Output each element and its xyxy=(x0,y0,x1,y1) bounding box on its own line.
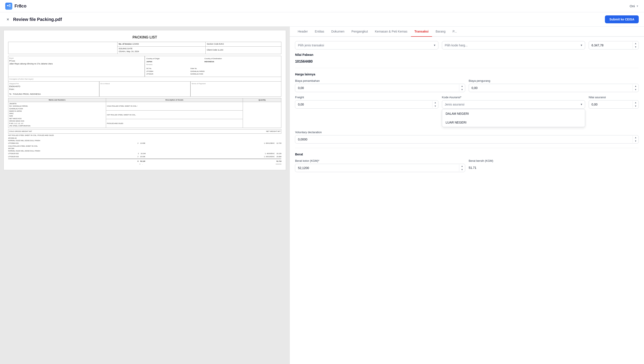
col-qty: Quantity xyxy=(243,98,281,102)
berat-title: Berat xyxy=(295,153,639,156)
nilai-cif-input[interactable] xyxy=(589,41,632,49)
net-wt-label: NET WEIGHT M/T xyxy=(190,130,280,133)
berat-kotor-up[interactable]: ▲ xyxy=(459,164,465,168)
biaya-penambahan-input[interactable] xyxy=(295,84,459,92)
logo: Fr8co xyxy=(5,3,26,10)
tab-pengangkut[interactable]: Pengangkut xyxy=(348,27,372,37)
nilai-asuransi-group: Nilai asuransi ▲ ▼ xyxy=(589,96,639,109)
biaya-pengurang-down[interactable]: ▼ xyxy=(633,88,638,92)
tab-entitas[interactable]: Entitas xyxy=(311,27,328,37)
shipped-per-label: Shipped Per xyxy=(9,82,98,85)
to-value: TANJUNG PRIOK, INDONESIA xyxy=(13,93,41,95)
jenis-transaksi-select[interactable]: Pilih jenis transaksi xyxy=(295,41,438,49)
freight-wrapper: ▲ ▼ xyxy=(295,100,438,109)
country-origin: JAPAN xyxy=(146,61,152,63)
goods-table: Marks and Numbers Description of Goods Q… xyxy=(8,98,281,128)
voluntary-wrapper: ▲ ▼ xyxy=(295,135,639,144)
biaya-penambahan-group: Biaya penambahan ▲ ▼ xyxy=(295,79,465,92)
desc-cell-2: HOT ROLLED STEEL SHEET IN COIL, xyxy=(106,111,243,119)
nilai-cif-spinner: ▲ ▼ xyxy=(632,42,638,49)
coils-label: COILS GROSS WEIGHT M/T xyxy=(9,130,190,133)
option-luar-negeri[interactable]: LUAR NEGERI xyxy=(442,118,585,127)
document-panel: PACKING LIST No. of Invoice 123456 Secti… xyxy=(0,27,290,364)
nilai-asuransi-up[interactable]: ▲ xyxy=(633,101,638,104)
svg-rect-0 xyxy=(7,5,8,6)
berat-bersih-group: Berat bersih (KGM) 51.71 xyxy=(469,159,639,172)
tab-more[interactable]: P... xyxy=(449,27,460,37)
on-about-label: On or About xyxy=(100,82,189,85)
harga-row: Biaya penambahan ▲ ▼ Biaya pengurang xyxy=(295,79,639,92)
marks-cell: JAKARTANO. S2404ALALYHR033,S2405ALALYC00… xyxy=(8,102,106,128)
tab-header[interactable]: Header xyxy=(294,27,311,37)
berat-bersih-label: Berat bersih (KGM) xyxy=(469,159,639,162)
qty-cell xyxy=(243,102,281,128)
desc-cell-3: PICKLED AND OILED xyxy=(106,119,243,128)
kode-asuransi-dropdown: DALAM NEGERI LUAR NEGERI xyxy=(442,109,585,127)
nilai-asuransi-down[interactable]: ▼ xyxy=(633,104,638,108)
nilai-cif-down[interactable]: ▼ xyxy=(633,45,638,49)
biaya-pengurang-label: Biaya pengurang xyxy=(469,79,639,82)
svg-rect-2 xyxy=(9,6,10,7)
kode-harga-select-wrapper: Pilih kode harg... ▼ xyxy=(442,41,585,50)
berat-kotor-down[interactable]: ▼ xyxy=(459,168,465,171)
nilai-asuransi-spinner: ▲ ▼ xyxy=(632,101,638,108)
harga-lainnya-title: Harga lainnya xyxy=(295,73,639,76)
option-dalam-negeri[interactable]: DALAM NEGERI xyxy=(442,109,585,118)
col-marks: Marks and Numbers xyxy=(8,98,106,102)
voluntary-down[interactable]: ▼ xyxy=(633,139,638,143)
invoice-label: No. of Invoice xyxy=(118,43,132,45)
kode-asuransi-select[interactable]: Jenis asuransi xyxy=(442,101,585,108)
page-header-left: × Review file Packing.pdf xyxy=(5,17,62,23)
submit-button[interactable]: Submit ke CEISA xyxy=(605,16,639,23)
logo-icon xyxy=(5,3,12,10)
nilai-asuransi-input[interactable] xyxy=(589,101,632,108)
freight-down[interactable]: ▼ xyxy=(432,104,438,108)
chevron-down-icon: ▼ xyxy=(636,5,639,8)
biaya-pengurang-spinner: ▲ ▼ xyxy=(632,84,638,92)
form-body: Pilih jenis transaksi ▼ Pilih kode harg.… xyxy=(290,37,644,180)
biaya-penambahan-spinner: ▲ ▼ xyxy=(459,84,465,92)
biaya-penambahan-down[interactable]: ▼ xyxy=(459,88,465,92)
nilai-cif-up[interactable]: ▲ xyxy=(633,42,638,45)
doc-shipping-row: Shipped Per ENOKANTO From : To : TANJUNG… xyxy=(8,81,281,97)
kode-harga-select[interactable]: Pilih kode harg... xyxy=(442,41,585,49)
doc-title: PACKING LIST xyxy=(8,35,281,40)
doc-shipped-per: Shipped Per ENOKANTO From : To : TANJUNG… xyxy=(8,81,99,97)
page-header: × Review file Packing.pdf Submit ke CEIS… xyxy=(0,12,644,27)
section-code: Section Code BJK2 xyxy=(207,43,224,45)
to-label: To : xyxy=(9,93,12,95)
tab-transaksi[interactable]: Transaksi xyxy=(411,27,432,37)
page-title: Review file Packing.pdf xyxy=(13,17,62,22)
main-content: PACKING LIST No. of Invoice 123456 Secti… xyxy=(0,27,644,364)
tab-kemasan[interactable]: Kemasan & Peti Kemas xyxy=(372,27,411,37)
nilai-cif-input-wrapper: ▲ ▼ xyxy=(589,41,639,50)
biaya-pengurang-input[interactable] xyxy=(469,84,632,92)
biaya-pengurang-up[interactable]: ▲ xyxy=(633,84,638,88)
country-origin-label: Country of Origin xyxy=(146,57,204,60)
freight-up[interactable]: ▲ xyxy=(432,101,438,104)
tab-barang[interactable]: Barang xyxy=(432,27,449,37)
freight-group: Freight ▲ ▼ xyxy=(295,96,438,109)
form-panel: Header Entitas Dokumen Pengangkut Kemasa… xyxy=(290,27,644,364)
country-dest: INDONESIA xyxy=(204,61,214,63)
doc-terms: Terms of Payment xyxy=(190,81,282,97)
close-button[interactable]: × xyxy=(5,17,10,23)
doc-on-about: On or About xyxy=(99,81,190,97)
divider-2 xyxy=(295,148,639,148)
tab-dokumen[interactable]: Dokumen xyxy=(328,27,348,37)
nilai-cif-group: ▲ ▼ xyxy=(589,41,639,50)
biaya-penambahan-up[interactable]: ▲ xyxy=(459,84,465,88)
voluntary-input[interactable] xyxy=(295,135,632,143)
jenis-transaksi-group: Pilih jenis transaksi ▼ xyxy=(295,41,438,50)
voluntary-up[interactable]: ▲ xyxy=(633,136,638,139)
freight-spinner: ▲ ▼ xyxy=(432,101,438,108)
berat-kotor-spinner: ▲ ▼ xyxy=(459,164,465,171)
berat-kotor-input[interactable] xyxy=(295,164,459,172)
remarks-label: Remarks xyxy=(146,64,280,66)
user-menu[interactable]: Oni ▼ xyxy=(630,4,639,8)
doc-header-table: No. of Invoice 123456 Section Code BJK2 … xyxy=(8,42,281,54)
kode-asuransi-label: Kode Asuransi* xyxy=(442,96,585,99)
freight-input[interactable] xyxy=(295,101,432,108)
kode-asuransi-select-wrapper: Jenis asuransi ▼ xyxy=(442,100,585,109)
user-name: Oni xyxy=(630,4,635,8)
